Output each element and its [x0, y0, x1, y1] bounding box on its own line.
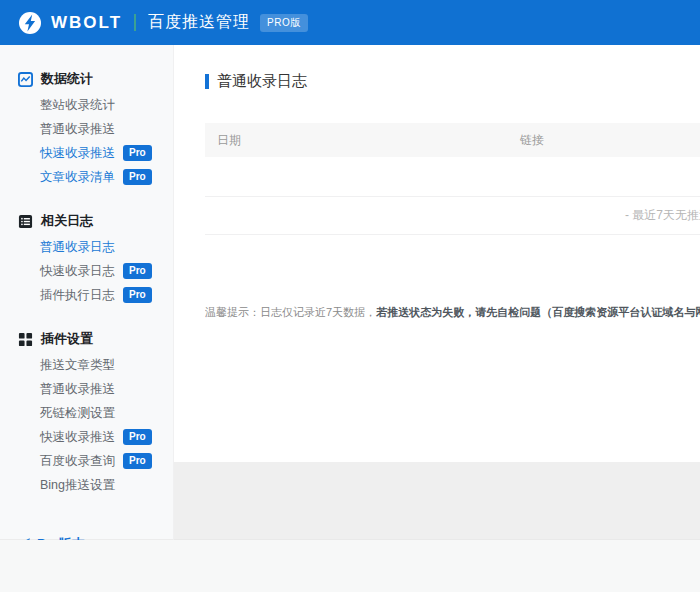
- sidebar-section-logs: 相关日志 普通收录日志 快速收录日志 Pro 插件执行日志 Pro: [0, 213, 173, 307]
- pro-badge: Pro: [123, 263, 152, 279]
- column-header-link: 链接: [520, 132, 700, 149]
- page-background: [0, 540, 700, 592]
- content-footer-area: [174, 462, 700, 540]
- content-panel: 普通收录日志 日期 链接 - 最近7天无推送记录 -: [174, 45, 700, 462]
- header-divider: [134, 14, 136, 31]
- section-title: 插件设置: [41, 330, 93, 348]
- table-header-row: 日期 链接: [205, 123, 700, 157]
- sidebar-section-data-stats: 数据统计 整站收录统计 普通收录推送 快速收录推送 Pro 文章收录清单 Pro: [0, 71, 173, 189]
- page-title: 普通收录日志: [205, 71, 700, 91]
- tip-text: 温馨提示：日志仅记录近7天数据，若推送状态为失败，请先自检问题（百度搜索资源平台…: [205, 305, 700, 320]
- sidebar-item-plugin-execution-log[interactable]: 插件执行日志 Pro: [0, 283, 173, 307]
- main-content: 普通收录日志 日期 链接 - 最近7天无推送记录 -: [174, 45, 700, 540]
- section-title: 相关日志: [41, 212, 93, 230]
- pro-badge: Pro: [123, 453, 152, 469]
- chart-icon: [18, 72, 33, 87]
- section-header-plugin-settings: 插件设置: [0, 331, 173, 347]
- pro-badge: Pro: [123, 429, 152, 445]
- table-row-message: - 最近7天无推送记录 -: [205, 197, 700, 235]
- sidebar-item-normal-inclusion-push[interactable]: 普通收录推送: [0, 117, 173, 141]
- sidebar-item-bing-push-settings[interactable]: Bing推送设置: [0, 473, 173, 497]
- table-row-empty: [205, 157, 700, 197]
- title-accent-bar: [205, 74, 209, 89]
- sidebar-item-push-post-types[interactable]: 推送文章类型: [0, 353, 173, 377]
- brand-name: WBOLT: [51, 13, 122, 33]
- sidebar-item-baidu-inclusion-query[interactable]: 百度收录查询 Pro: [0, 449, 173, 473]
- log-icon: [18, 214, 33, 229]
- sidebar-item-fast-inclusion-log[interactable]: 快速收录日志 Pro: [0, 259, 173, 283]
- sidebar-item-normal-inclusion-log[interactable]: 普通收录日志: [0, 235, 173, 259]
- sidebar-item-fast-inclusion-push-settings[interactable]: 快速收录推送 Pro: [0, 425, 173, 449]
- tip-bold-text: 若推送状态为失败，请先自检问题（百度搜索资源平台认证域名与网站实际域名不一致等）: [376, 306, 700, 318]
- grid-icon: [18, 332, 33, 347]
- page-title-text: 普通收录日志: [217, 72, 307, 91]
- pro-version-badge: PRO版: [260, 14, 308, 32]
- empty-message: - 最近7天无推送记录 -: [625, 207, 700, 224]
- pro-badge: Pro: [123, 169, 152, 185]
- sidebar-item-normal-inclusion-push-settings[interactable]: 普通收录推送: [0, 377, 173, 401]
- column-header-date: 日期: [205, 132, 520, 149]
- app-title: 百度推送管理: [148, 12, 250, 33]
- section-title: 数据统计: [41, 70, 93, 88]
- app-window: WBOLT 百度推送管理 PRO版 数据统计 整站收录统计 普通收录推送: [0, 0, 700, 592]
- sidebar: 数据统计 整站收录统计 普通收录推送 快速收录推送 Pro 文章收录清单 Pro: [0, 45, 174, 540]
- section-header-data-stats: 数据统计: [0, 71, 173, 87]
- section-header-logs: 相关日志: [0, 213, 173, 229]
- app-header: WBOLT 百度推送管理 PRO版: [0, 0, 700, 45]
- sidebar-section-plugin-settings: 插件设置 推送文章类型 普通收录推送 死链检测设置 快速收录推送 Pro 百度收…: [0, 331, 173, 497]
- pro-badge: Pro: [123, 287, 152, 303]
- pro-badge: Pro: [123, 145, 152, 161]
- sidebar-item-dead-link-detection[interactable]: 死链检测设置: [0, 401, 173, 425]
- wbolt-logo-icon: [18, 11, 42, 35]
- log-table: 日期 链接 - 最近7天无推送记录 -: [205, 123, 700, 235]
- sidebar-item-article-inclusion-list[interactable]: 文章收录清单 Pro: [0, 165, 173, 189]
- sidebar-item-site-inclusion-stats[interactable]: 整站收录统计: [0, 93, 173, 117]
- sidebar-item-fast-inclusion-push[interactable]: 快速收录推送 Pro: [0, 141, 173, 165]
- tip-normal-text: 温馨提示：日志仅记录近7天数据，: [205, 306, 376, 318]
